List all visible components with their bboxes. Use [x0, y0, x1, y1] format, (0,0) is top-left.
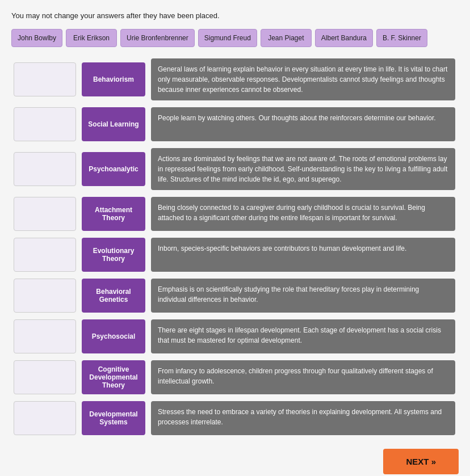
drop-cell-3	[11, 193, 79, 234]
name-chip-1[interactable]: Erik Erikson	[66, 29, 117, 47]
theory-label-cell-5: Behavioral Genetics	[79, 275, 148, 316]
drop-box-6[interactable]	[14, 319, 76, 353]
drop-cell-6	[11, 316, 79, 357]
drop-cell-7	[11, 357, 79, 398]
description-cell-2: Actions are dominated by feelings that w…	[148, 145, 459, 193]
table-row: Evolutionary TheoryInborn, species-speci…	[11, 234, 459, 275]
description-cell-4: Inborn, species-specific behaviors are c…	[148, 234, 459, 275]
theories-table: BehaviorismGeneral laws of learning expl…	[11, 56, 459, 440]
description-cell-5: Emphasis is on scientifically studying t…	[148, 275, 459, 316]
drop-cell-2	[11, 145, 79, 193]
theory-label-2: Psychoanalytic	[82, 152, 145, 186]
name-chip-6[interactable]: B. F. Skinner	[376, 29, 427, 47]
drop-box-7[interactable]	[14, 360, 76, 394]
table-row: PsychosocialThere are eight stages in li…	[11, 316, 459, 357]
drop-box-1[interactable]	[14, 107, 76, 141]
theory-label-cell-7: Cognitive Developmental Theory	[79, 357, 148, 398]
theory-label-6: Psychosocial	[82, 319, 145, 353]
description-box-4: Inborn, species-specific behaviors are c…	[151, 238, 455, 272]
instruction-text: You may not change your answers after th…	[11, 11, 459, 20]
description-box-7: From infancy to adolescence, children pr…	[151, 360, 455, 394]
name-chip-5[interactable]: Albert Bandura	[315, 29, 373, 47]
theory-label-cell-0: Behaviorism	[79, 56, 148, 104]
name-chip-0[interactable]: John Bowlby	[11, 29, 62, 47]
name-chip-2[interactable]: Urie Bronfenbrenner	[120, 29, 195, 47]
next-button[interactable]: NEXT »	[383, 449, 459, 474]
theory-label-cell-1: Social Learning	[79, 104, 148, 145]
table-row: Behavioral GeneticsEmphasis is on scient…	[11, 275, 459, 316]
drop-cell-8	[11, 398, 79, 439]
theory-label-cell-3: Attachment Theory	[79, 193, 148, 234]
description-cell-7: From infancy to adolescence, children pr…	[148, 357, 459, 398]
table-row: Social LearningPeople learn by watching …	[11, 104, 459, 145]
theory-label-0: Behaviorism	[82, 62, 145, 96]
description-cell-1: People learn by watching others. Our tho…	[148, 104, 459, 145]
description-cell-0: General laws of learning explain behavio…	[148, 56, 459, 104]
description-cell-8: Stresses the need to embrace a variety o…	[148, 398, 459, 439]
name-chip-3[interactable]: Sigmund Freud	[198, 29, 257, 47]
description-cell-3: Being closely connected to a caregiver d…	[148, 193, 459, 234]
drop-box-0[interactable]	[14, 62, 76, 96]
theory-label-cell-4: Evolutionary Theory	[79, 234, 148, 275]
theory-label-1: Social Learning	[82, 107, 145, 141]
description-cell-6: There are eight stages in lifespan devel…	[148, 316, 459, 357]
table-row: Cognitive Developmental TheoryFrom infan…	[11, 357, 459, 398]
description-box-0: General laws of learning explain behavio…	[151, 58, 455, 100]
names-row: John BowlbyErik EriksonUrie Bronfenbrenn…	[11, 29, 459, 47]
table-row: BehaviorismGeneral laws of learning expl…	[11, 56, 459, 104]
theory-label-cell-8: Developmental Systems	[79, 398, 148, 439]
description-box-1: People learn by watching others. Our tho…	[151, 107, 455, 141]
theory-label-3: Attachment Theory	[82, 197, 145, 231]
drop-box-2[interactable]	[14, 152, 76, 186]
theory-label-cell-6: Psychosocial	[79, 316, 148, 357]
description-box-8: Stresses the need to embrace a variety o…	[151, 401, 455, 435]
table-row: PsychoanalyticActions are dominated by f…	[11, 145, 459, 193]
drop-box-3[interactable]	[14, 197, 76, 231]
theory-label-7: Cognitive Developmental Theory	[82, 360, 145, 394]
drop-box-4[interactable]	[14, 238, 76, 272]
table-row: Attachment TheoryBeing closely connected…	[11, 193, 459, 234]
theory-label-cell-2: Psychoanalytic	[79, 145, 148, 193]
table-row: Developmental SystemsStresses the need t…	[11, 398, 459, 439]
description-box-6: There are eight stages in lifespan devel…	[151, 319, 455, 353]
drop-cell-5	[11, 275, 79, 316]
description-box-2: Actions are dominated by feelings that w…	[151, 148, 455, 190]
drop-cell-1	[11, 104, 79, 145]
theory-label-8: Developmental Systems	[82, 401, 145, 435]
name-chip-4[interactable]: Jean Piaget	[261, 29, 312, 47]
drop-cell-0	[11, 56, 79, 104]
theory-label-5: Behavioral Genetics	[82, 279, 145, 313]
drop-cell-4	[11, 234, 79, 275]
description-box-3: Being closely connected to a caregiver d…	[151, 197, 455, 231]
drop-box-5[interactable]	[14, 279, 76, 313]
description-box-5: Emphasis is on scientifically studying t…	[151, 279, 455, 313]
theory-label-4: Evolutionary Theory	[82, 238, 145, 272]
drop-box-8[interactable]	[14, 401, 76, 435]
